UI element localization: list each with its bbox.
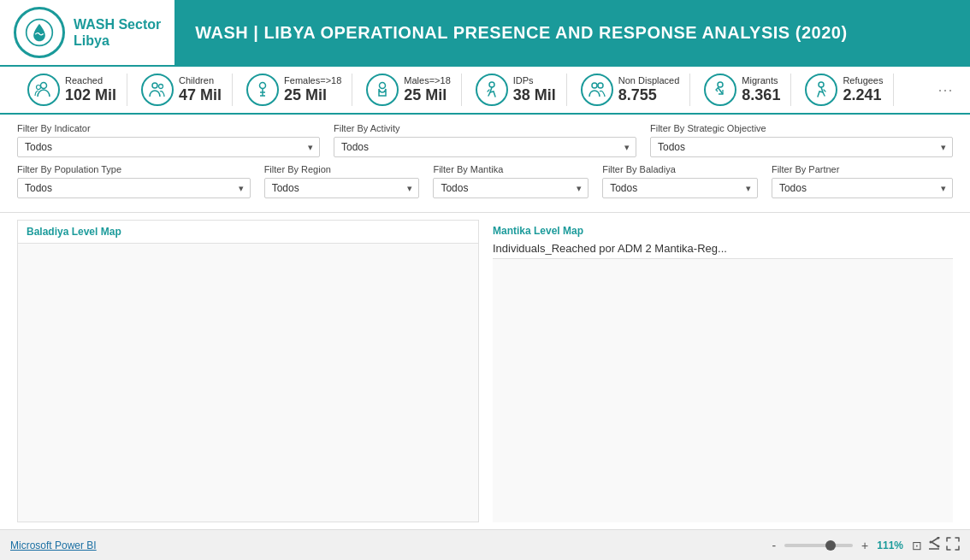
title-bar: WASH | LIBYA OPERATIONAL PRESENCE AND RE… bbox=[174, 0, 970, 65]
reached-icon bbox=[27, 74, 60, 106]
zoom-thumb[interactable] bbox=[825, 540, 836, 551]
svg-point-4 bbox=[159, 85, 163, 89]
stat-migrants-label: Migrants bbox=[742, 75, 780, 86]
page-title: WASH | LIBYA OPERATIONAL PRESENCE AND RE… bbox=[195, 23, 847, 43]
stat-non-displaced: Non Displaced 8.755 bbox=[571, 74, 691, 106]
mantika-map-subtitle: Individuals_Reached por ADM 2 Mantika-Re… bbox=[493, 240, 953, 259]
stat-children-text: Children 47 Mil bbox=[179, 75, 222, 105]
stat-non-displaced-value: 8.755 bbox=[618, 86, 680, 105]
stat-refugees-text: Refugees 2.241 bbox=[843, 75, 883, 105]
svg-point-14 bbox=[930, 540, 932, 543]
filter-strategic-label: Filter By Strategic Objective bbox=[650, 123, 953, 133]
fullscreen-icon[interactable] bbox=[946, 537, 960, 554]
stat-reached-label: Reached bbox=[65, 75, 116, 86]
filters-section: Filter By Indicator Todos Filter By Acti… bbox=[0, 115, 970, 213]
stat-males: Males=>18 25 Mil bbox=[356, 74, 461, 106]
zoom-percent-label: 111% bbox=[877, 539, 903, 551]
migrants-icon bbox=[704, 74, 736, 106]
non-displaced-icon bbox=[581, 74, 613, 106]
filter-mantika-select[interactable]: Todos bbox=[433, 178, 589, 198]
stat-refugees-label: Refugees bbox=[843, 75, 883, 86]
filter-activity-select[interactable]: Todos bbox=[334, 137, 636, 157]
mantika-map-area[interactable] bbox=[493, 259, 953, 522]
logo-circle bbox=[14, 7, 65, 58]
stat-children-value: 47 Mil bbox=[179, 86, 222, 105]
filter-baladiya-label: Filter By Baladiya bbox=[602, 164, 758, 174]
svg-point-10 bbox=[718, 82, 723, 87]
children-icon bbox=[141, 74, 174, 106]
baladiya-map-area[interactable] bbox=[18, 243, 478, 522]
filter-baladiya-select[interactable]: Todos bbox=[602, 178, 758, 198]
svg-point-5 bbox=[260, 83, 266, 89]
stat-children: Children 47 Mil bbox=[131, 74, 233, 106]
more-options-icon[interactable]: ⋯ bbox=[937, 80, 953, 99]
stat-migrants: Migrants 8.361 bbox=[694, 74, 791, 106]
baladiya-map-panel: Baladiya Level Map bbox=[17, 220, 479, 522]
filter-population-group: Filter By Population Type Todos bbox=[17, 164, 251, 198]
stat-idps-text: IDPs 38 Mil bbox=[513, 75, 556, 105]
stat-children-label: Children bbox=[179, 75, 222, 86]
stat-refugees-value: 2.241 bbox=[843, 86, 883, 105]
svg-point-1 bbox=[41, 83, 47, 89]
stat-females: Females=>18 25 Mil bbox=[236, 74, 352, 106]
stat-reached-text: Reached 102 Mil bbox=[65, 75, 116, 105]
filter-population-wrapper: Todos bbox=[17, 178, 251, 198]
filter-partner-label: Filter By Partner bbox=[772, 164, 953, 174]
logo-line2: Libya bbox=[74, 32, 161, 49]
zoom-minus-button[interactable]: - bbox=[768, 539, 779, 552]
svg-point-7 bbox=[489, 82, 494, 87]
filter-region-wrapper: Todos bbox=[264, 178, 420, 198]
stat-non-displaced-text: Non Displaced 8.755 bbox=[618, 75, 680, 105]
filter-indicator-wrapper: Todos bbox=[17, 137, 320, 157]
stat-non-displaced-label: Non Displaced bbox=[618, 75, 680, 86]
svg-point-3 bbox=[152, 83, 157, 88]
stat-females-value: 25 Mil bbox=[284, 86, 341, 105]
refugees-icon bbox=[805, 74, 837, 106]
zoom-fit-icon[interactable]: ⊡ bbox=[912, 539, 922, 552]
filter-row-2: Filter By Population Type Todos Filter B… bbox=[17, 164, 953, 198]
filter-strategic-wrapper: Todos bbox=[650, 137, 953, 157]
filter-strategic-select[interactable]: Todos bbox=[650, 137, 953, 157]
filter-region-select[interactable]: Todos bbox=[264, 178, 420, 198]
stats-row: Reached 102 Mil Children 47 Mil bbox=[0, 67, 970, 115]
stat-reached-value: 102 Mil bbox=[65, 86, 116, 105]
mantika-map-panel: Mantika Level Map Individuals_Reached po… bbox=[493, 220, 953, 522]
stat-males-text: Males=>18 25 Mil bbox=[404, 75, 450, 105]
zoom-plus-button[interactable]: + bbox=[858, 539, 872, 552]
stat-females-label: Females=>18 bbox=[284, 75, 341, 86]
filter-baladiya-group: Filter By Baladiya Todos bbox=[602, 164, 758, 198]
filter-indicator-label: Filter By Indicator bbox=[17, 123, 320, 133]
stat-migrants-value: 8.361 bbox=[742, 86, 780, 105]
filter-activity-group: Filter By Activity Todos bbox=[334, 123, 636, 157]
svg-point-9 bbox=[598, 83, 603, 88]
svg-point-8 bbox=[592, 83, 597, 88]
bottom-bar: Microsoft Power BI - + 111% ⊡ bbox=[0, 529, 970, 560]
main-content: WASH Sector Libya WASH | LIBYA OPERATION… bbox=[0, 0, 970, 529]
filter-activity-label: Filter By Activity bbox=[334, 123, 636, 133]
zoom-slider[interactable] bbox=[784, 544, 853, 547]
svg-point-13 bbox=[937, 545, 940, 547]
filter-mantika-wrapper: Todos bbox=[433, 178, 589, 198]
filter-population-label: Filter By Population Type bbox=[17, 164, 251, 174]
filter-partner-group: Filter By Partner Todos bbox=[772, 164, 953, 198]
filter-population-select[interactable]: Todos bbox=[17, 178, 251, 198]
svg-point-2 bbox=[37, 85, 41, 90]
stat-idps-value: 38 Mil bbox=[513, 86, 556, 105]
filter-partner-wrapper: Todos bbox=[772, 178, 953, 198]
filter-mantika-group: Filter By Mantika Todos bbox=[433, 164, 589, 198]
filter-mantika-label: Filter By Mantika bbox=[433, 164, 589, 174]
filter-indicator-select[interactable]: Todos bbox=[17, 137, 320, 157]
power-bi-link[interactable]: Microsoft Power BI bbox=[10, 539, 97, 551]
stat-idps: IDPs 38 Mil bbox=[465, 74, 567, 106]
filter-indicator-group: Filter By Indicator Todos bbox=[17, 123, 320, 157]
filter-baladiya-wrapper: Todos bbox=[602, 178, 758, 198]
filter-strategic-group: Filter By Strategic Objective Todos bbox=[650, 123, 953, 157]
share-icon[interactable] bbox=[927, 537, 941, 554]
filter-partner-select[interactable]: Todos bbox=[772, 178, 953, 198]
logo-line1: WASH Sector bbox=[74, 16, 161, 32]
stat-males-label: Males=>18 bbox=[404, 75, 450, 86]
baladiya-map-title: Baladiya Level Map bbox=[18, 221, 478, 243]
wash-logo-icon bbox=[25, 18, 54, 47]
svg-point-6 bbox=[380, 83, 386, 89]
maps-section: Baladiya Level Map Mantika Level Map Ind… bbox=[0, 213, 970, 529]
